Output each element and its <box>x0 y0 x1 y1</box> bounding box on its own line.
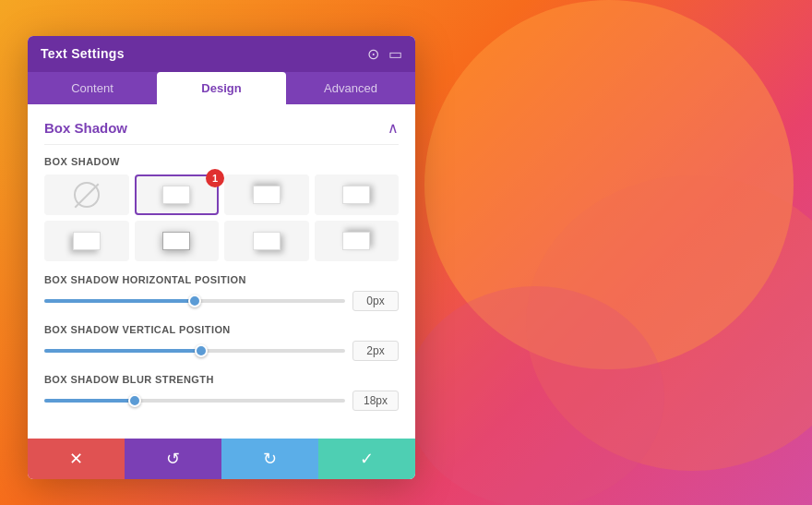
panel-body: Box Shadow ∧ Box Shadow 1 <box>28 104 415 439</box>
slider-blur-container <box>44 391 399 411</box>
slider-blur-label: Box Shadow Blur Strength <box>44 374 399 385</box>
svg-point-0 <box>424 0 794 369</box>
slider-horizontal-value[interactable] <box>352 291 399 311</box>
slider-horizontal-track[interactable] <box>44 299 345 303</box>
header-icons: ⊙ ▭ <box>367 45 402 63</box>
shadow-presets-grid: 1 <box>44 174 399 261</box>
shadow-box-top-right <box>342 232 370 250</box>
slider-vertical-fill <box>44 349 201 353</box>
slider-blur-fill <box>44 399 135 403</box>
shadow-option-7[interactable] <box>315 221 400 261</box>
shadow-option-3[interactable] <box>315 174 400 215</box>
box-shadow-label: Box Shadow <box>44 156 399 167</box>
slider-horizontal-row: Box Shadow Horizontal Position <box>44 274 399 311</box>
redo-button[interactable]: ↻ <box>221 439 318 479</box>
slider-blur-thumb[interactable] <box>128 394 141 407</box>
shadow-box-right <box>342 186 370 204</box>
slider-horizontal-fill <box>44 299 195 303</box>
shadow-box-bottom-right <box>253 232 281 250</box>
slider-vertical-thumb[interactable] <box>195 344 208 357</box>
expand-icon[interactable]: ▭ <box>388 45 402 63</box>
shadow-option-6[interactable] <box>224 221 309 261</box>
shadow-box-center <box>162 186 190 204</box>
cancel-button[interactable]: ✕ <box>28 439 125 479</box>
slider-horizontal-label: Box Shadow Horizontal Position <box>44 274 399 285</box>
shadow-box-bottom-left <box>73 232 101 250</box>
slider-blur-track[interactable] <box>44 399 345 403</box>
tabs-bar: Content Design Advanced <box>28 72 415 104</box>
shadow-option-4[interactable] <box>44 221 129 261</box>
shadow-option-5[interactable] <box>135 221 220 261</box>
slider-vertical-value[interactable] <box>352 341 399 361</box>
shadow-option-1[interactable]: 1 <box>135 174 220 215</box>
shadow-option-none[interactable] <box>44 174 129 215</box>
svg-point-2 <box>406 286 664 505</box>
tab-advanced[interactable]: Advanced <box>286 72 415 104</box>
tab-content[interactable]: Content <box>28 72 157 104</box>
undo-button[interactable]: ↺ <box>125 439 221 479</box>
panel-title: Text Settings <box>41 46 125 61</box>
badge-1: 1 <box>206 169 224 187</box>
panel-header: Text Settings ⊙ ▭ <box>28 36 415 72</box>
slider-vertical-label: Box Shadow Vertical Position <box>44 324 399 335</box>
panel-footer: ✕ ↺ ↻ ✓ <box>28 439 415 479</box>
shadow-option-2[interactable] <box>224 174 309 215</box>
no-shadow-icon <box>74 182 100 208</box>
slider-vertical-row: Box Shadow Vertical Position <box>44 324 399 361</box>
collapse-icon[interactable]: ∧ <box>388 119 399 137</box>
slider-vertical-track[interactable] <box>44 349 345 353</box>
settings-icon[interactable]: ⊙ <box>367 45 379 63</box>
svg-point-1 <box>526 175 812 471</box>
slider-blur-row: Box Shadow Blur Strength <box>44 374 399 411</box>
tab-design[interactable]: Design <box>157 72 286 104</box>
slider-vertical-container <box>44 341 399 361</box>
slider-horizontal-thumb[interactable] <box>188 295 201 307</box>
slider-blur-value[interactable] <box>352 391 399 411</box>
shadow-box-top <box>253 186 281 204</box>
text-settings-panel: Text Settings ⊙ ▭ Content Design Advance… <box>28 36 415 479</box>
box-shadow-section-header: Box Shadow ∧ <box>44 119 399 145</box>
slider-horizontal-container <box>44 291 399 311</box>
shadow-box-selected <box>162 232 190 250</box>
save-button[interactable]: ✓ <box>318 439 415 479</box>
section-title: Box Shadow <box>44 120 127 136</box>
